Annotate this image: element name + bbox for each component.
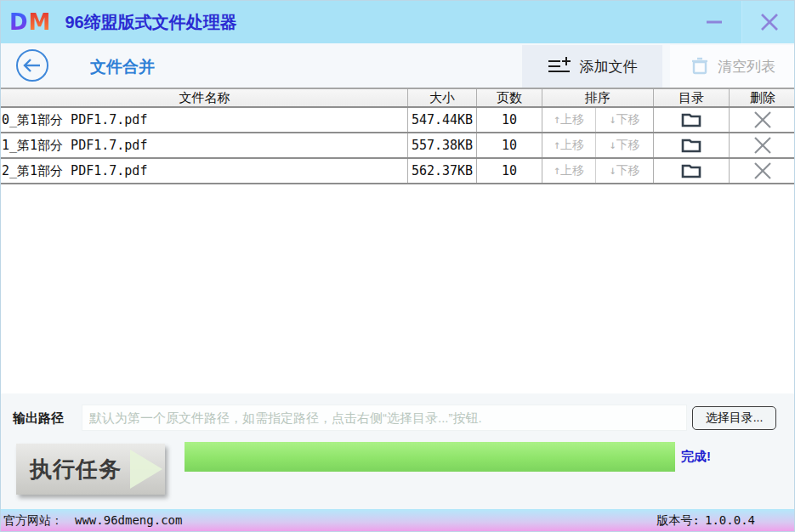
open-directory-button[interactable] [654,108,730,132]
file-table: 文件名称 大小 页数 排序 目录 删除 0_第1部分 PDF1.7.pdf 54… [1,88,795,184]
app-title: 96缔盟版式文件处理器 [65,11,236,34]
header-size: 大小 [408,89,477,106]
file-name-cell: 0_第1部分 PDF1.7.pdf [1,108,408,132]
delete-x-icon [754,162,771,179]
clear-list-label: 清空列表 [718,57,775,76]
delete-button[interactable] [730,133,795,157]
minimize-icon [707,20,722,24]
version-label: 版本号: [657,513,700,529]
add-list-icon [548,57,571,76]
header-delete: 删除 [730,89,795,106]
app-logo: DM [9,9,51,35]
table-row: 0_第1部分 PDF1.7.pdf 547.44KB 10 ↑上移 ↓下移 [1,108,795,133]
minimize-button[interactable] [687,1,741,43]
toolbar: 文件合并 添加文件 清空列表 [1,43,795,88]
logo-letter-d: D [9,9,29,35]
move-up-button[interactable]: ↑上移 [542,108,596,132]
header-pages: 页数 [477,89,542,106]
logo-letter-m: M [29,9,52,35]
header-sort: 排序 [542,89,654,106]
close-button[interactable] [741,1,795,43]
run-task-button[interactable]: 执行任务 [16,444,165,495]
progress-status-text: 完成! [681,449,711,465]
move-up-button[interactable]: ↑上移 [542,159,596,183]
file-size-cell: 547.44KB [408,108,477,132]
file-name-cell: 1_第1部分 PDF1.7.pdf [1,133,408,157]
statusbar: 官方网站： www.96dmeng.com 版本号: 1.0.0.4 [1,509,795,532]
open-directory-button[interactable] [654,133,730,157]
folder-icon [681,138,701,153]
clear-list-button[interactable]: 清空列表 [670,45,795,88]
move-down-button[interactable]: ↓下移 [596,133,654,157]
delete-x-icon [754,137,771,154]
move-down-button[interactable]: ↓下移 [596,108,654,132]
move-up-button[interactable]: ↑上移 [542,133,596,157]
table-row: 2_第1部分 PDF1.7.pdf 562.37KB 10 ↑上移 ↓下移 [1,159,795,184]
header-directory: 目录 [654,89,730,106]
output-path-input[interactable] [82,405,687,431]
choose-directory-button[interactable]: 选择目录... [692,406,776,430]
file-name-cell: 2_第1部分 PDF1.7.pdf [1,159,408,183]
page-title: 文件合并 [90,56,155,78]
file-pages-cell: 10 [477,133,542,157]
play-icon [127,448,164,490]
back-button[interactable] [16,49,48,82]
add-files-label: 添加文件 [580,57,638,76]
open-directory-button[interactable] [654,159,730,183]
file-size-cell: 557.38KB [408,133,477,157]
trash-icon [690,57,709,76]
official-site-url: www.96dmeng.com [75,513,182,529]
official-site: 官方网站： www.96dmeng.com [3,513,182,529]
official-site-label: 官方网站： [3,513,63,529]
delete-x-icon [754,111,771,128]
header-file-name: 文件名称 [1,89,408,106]
close-icon [761,14,778,31]
version-number: 1.0.0.4 [705,513,755,529]
version-info: 版本号: 1.0.0.4 [657,513,755,529]
app-window: DM 96缔盟版式文件处理器 文件合并 添加文件 [0,0,795,532]
move-down-button[interactable]: ↓下移 [596,159,654,183]
add-files-button[interactable]: 添加文件 [522,45,662,88]
file-pages-cell: 10 [477,108,542,132]
run-task-label: 执行任务 [30,455,122,484]
progress-fill [185,442,675,472]
file-pages-cell: 10 [477,159,542,183]
file-size-cell: 562.37KB [408,159,477,183]
delete-button[interactable] [730,159,795,183]
output-path-label: 输出路径 [13,410,64,427]
back-arrow-icon [23,58,42,73]
titlebar: DM 96缔盟版式文件处理器 [1,1,795,43]
folder-icon [681,163,701,178]
table-header-row: 文件名称 大小 页数 排序 目录 删除 [1,89,795,108]
progress-bar [185,442,675,472]
delete-button[interactable] [730,108,795,132]
folder-icon [681,112,701,127]
table-row: 1_第1部分 PDF1.7.pdf 557.38KB 10 ↑上移 ↓下移 [1,133,795,159]
